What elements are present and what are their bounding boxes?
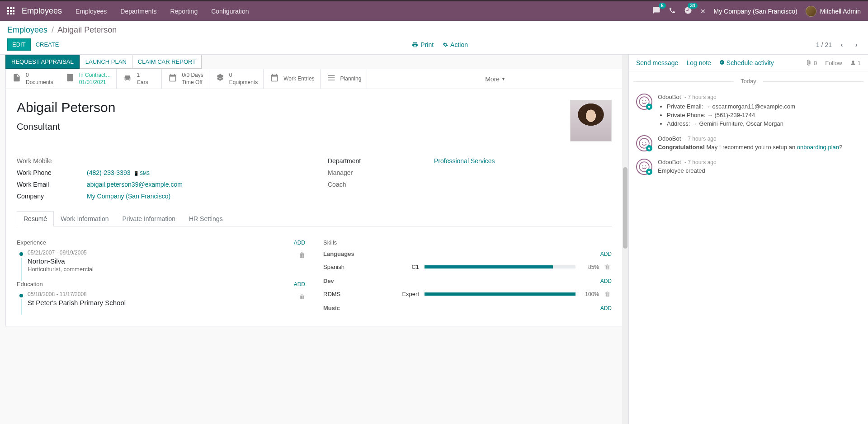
menu-departments[interactable]: Departments xyxy=(120,8,156,15)
schedule-activity-button[interactable]: Schedule activity xyxy=(719,59,774,66)
attachments-button[interactable]: 0 xyxy=(806,60,817,66)
create-button[interactable]: CREATE xyxy=(31,38,64,51)
add-education-button[interactable]: ADD xyxy=(294,281,305,287)
print-icon xyxy=(412,42,418,48)
message: OdooBot - 7 hours ago Private Email: → o… xyxy=(629,91,868,132)
bot-avatar-icon xyxy=(636,135,652,151)
company-selector[interactable]: My Company (San Francisco) xyxy=(714,8,797,15)
followers-button[interactable]: 1 xyxy=(850,60,861,66)
svg-point-0 xyxy=(639,97,649,107)
tab-hr-settings[interactable]: HR Settings xyxy=(182,211,230,226)
tab-work-info[interactable]: Work Information xyxy=(54,211,115,226)
onboarding-plan-link[interactable]: onboarding plan xyxy=(797,144,839,151)
app-brand[interactable]: Employees xyxy=(22,6,62,16)
employee-name: Abigail Peterson xyxy=(17,100,115,115)
breadcrumb: Employees / Abigail Peterson xyxy=(7,25,861,35)
user-icon xyxy=(850,60,856,66)
user-name: Mitchell Admin xyxy=(820,8,861,15)
form-sheet: Abigail Peterson Consultant Work Mobile … xyxy=(5,89,623,326)
claim-car-button[interactable]: CLAIM CAR REPORT xyxy=(132,55,202,69)
clock-icon xyxy=(719,60,725,65)
action-button[interactable]: Action xyxy=(443,41,468,48)
main-menu: Employees Departments Reporting Configur… xyxy=(75,8,249,15)
label-department: Department xyxy=(328,157,398,165)
add-skill-button[interactable]: ADD xyxy=(600,278,612,284)
add-experience-button[interactable]: ADD xyxy=(294,240,305,246)
value-department[interactable]: Professional Services xyxy=(398,157,495,165)
send-message-button[interactable]: Send message xyxy=(636,59,678,66)
label-work-mobile: Work Mobile xyxy=(17,157,87,165)
print-button[interactable]: Print xyxy=(412,41,434,48)
stat-contract[interactable]: In Contract…01/01/2021 xyxy=(59,69,117,89)
close-tray-icon[interactable]: ✕ xyxy=(700,8,706,15)
value-work-phone[interactable]: (482)-233-3393📱 SMS xyxy=(87,169,150,176)
launch-plan-button[interactable]: LAUNCH PLAN xyxy=(80,55,132,69)
user-avatar-icon xyxy=(806,6,816,17)
svg-point-4 xyxy=(642,142,643,143)
apps-icon[interactable] xyxy=(7,7,15,15)
stat-cars[interactable]: 1Cars xyxy=(117,69,162,89)
skill-row: RDMS Expert 100% 🗑 xyxy=(323,288,612,300)
add-skill-button[interactable]: ADD xyxy=(600,305,612,311)
menu-configuration[interactable]: Configuration xyxy=(211,8,249,15)
request-appraisal-button[interactable]: REQUEST APPRAISAL xyxy=(5,55,80,69)
stat-planning[interactable]: Planning xyxy=(321,69,368,89)
value-company[interactable]: My Company (San Francisco) xyxy=(87,193,170,200)
date-divider: Today xyxy=(629,78,868,85)
activities-icon[interactable]: 34 xyxy=(684,6,692,16)
svg-point-3 xyxy=(639,138,649,148)
bot-avatar-icon xyxy=(636,94,652,110)
trash-icon[interactable]: 🗑 xyxy=(604,291,612,297)
phone-icon[interactable] xyxy=(669,7,676,15)
timeline-item[interactable]: 05/21/2007 - 09/19/2005 Norton-Silva Hor… xyxy=(17,250,305,273)
breadcrumb-root[interactable]: Employees xyxy=(7,25,47,34)
activities-badge: 34 xyxy=(688,3,697,9)
message: OdooBot - 7 hours ago Employee created xyxy=(629,156,868,179)
svg-point-2 xyxy=(645,100,646,101)
edit-button[interactable]: EDIT xyxy=(7,38,31,51)
svg-point-6 xyxy=(639,162,649,172)
messages-badge: 5 xyxy=(659,3,666,9)
pager-next-button[interactable]: › xyxy=(852,40,861,49)
label-company: Company xyxy=(17,193,87,200)
bot-avatar-icon xyxy=(636,159,652,175)
employee-photo[interactable] xyxy=(570,100,612,141)
pager-text: 1 / 21 xyxy=(816,41,832,48)
form-content: REQUEST APPRAISAL LAUNCH PLAN CLAIM CAR … xyxy=(0,55,628,424)
breadcrumb-current: Abigail Peterson xyxy=(57,25,117,34)
label-manager: Manager xyxy=(328,169,398,176)
messages-icon[interactable]: 5 xyxy=(652,6,660,16)
trash-icon[interactable]: 🗑 xyxy=(299,293,305,300)
cubes-icon xyxy=(215,73,226,85)
document-icon xyxy=(11,73,22,85)
trash-icon[interactable]: 🗑 xyxy=(604,264,612,270)
svg-point-8 xyxy=(645,165,646,166)
menu-employees[interactable]: Employees xyxy=(75,8,107,15)
tab-resume[interactable]: Resumé xyxy=(17,211,54,226)
stat-workentries[interactable]: Work Entries xyxy=(264,69,320,89)
stat-equipments[interactable]: 0Equipments xyxy=(209,69,264,89)
stat-buttons: 0Documents In Contract…01/01/2021 1Cars … xyxy=(5,69,623,89)
tab-private-info[interactable]: Private Information xyxy=(115,211,182,226)
pager-prev-button[interactable]: ‹ xyxy=(837,40,846,49)
skills-header: Skills xyxy=(323,239,337,246)
stat-documents[interactable]: 0Documents xyxy=(6,69,59,89)
value-work-email[interactable]: abigail.peterson39@example.com xyxy=(87,181,183,188)
stat-timeoff[interactable]: 0/0 DaysTime Off xyxy=(162,69,209,89)
label-work-phone: Work Phone xyxy=(17,169,87,176)
user-menu[interactable]: Mitchell Admin xyxy=(806,6,861,17)
timeline-item[interactable]: 05/18/2008 - 11/17/2008 St Peter's Paris… xyxy=(17,291,305,306)
follow-button[interactable]: Follow xyxy=(825,60,842,66)
menu-reporting[interactable]: Reporting xyxy=(170,8,198,15)
car-icon xyxy=(122,73,133,85)
svg-point-1 xyxy=(642,100,643,101)
stat-more[interactable]: More ▾ xyxy=(367,69,623,89)
list-icon xyxy=(326,73,337,85)
scrollbar[interactable] xyxy=(622,55,628,424)
gear-icon xyxy=(443,42,448,47)
trash-icon[interactable]: 🗑 xyxy=(299,251,305,259)
add-skill-button[interactable]: ADD xyxy=(600,251,612,257)
sms-button[interactable]: 📱 SMS xyxy=(133,171,150,176)
employee-title: Consultant xyxy=(17,122,115,132)
log-note-button[interactable]: Log note xyxy=(686,59,711,66)
